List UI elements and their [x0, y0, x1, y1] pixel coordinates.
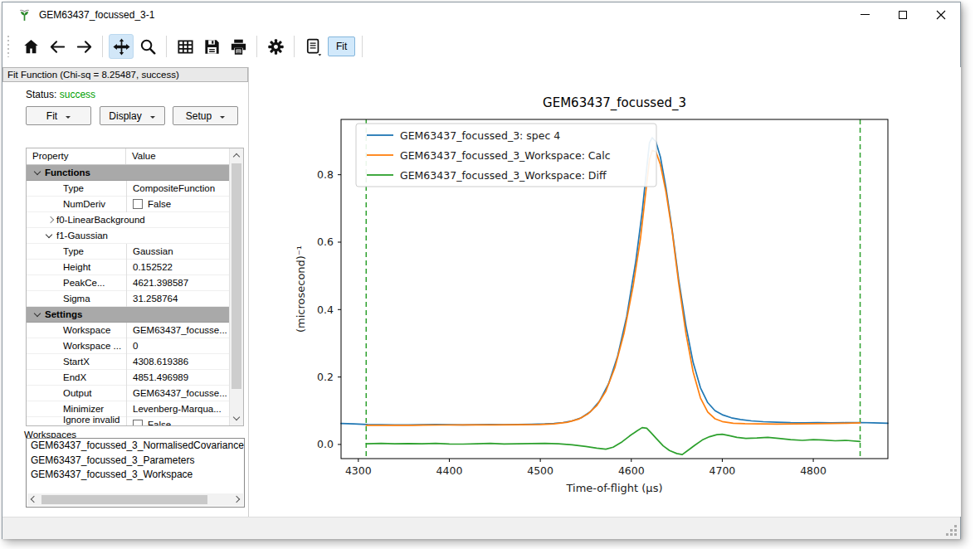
property-row-peakce[interactable]: PeakCe...4621.398587	[27, 275, 229, 291]
property-row-height[interactable]: Height0.152522	[27, 260, 229, 275]
chevron-down-icon	[220, 116, 225, 121]
titlebar[interactable]: GEM63437_focussed_3-1	[2, 2, 960, 27]
setup-dropdown-button[interactable]: Setup	[173, 106, 238, 125]
x-tick-label: 4800	[800, 464, 826, 477]
print-button[interactable]	[226, 34, 251, 59]
chevron-down-icon	[150, 116, 155, 121]
property-row-startx[interactable]: StartX4308.619386	[27, 354, 229, 370]
chevron-down-icon[interactable]	[34, 309, 41, 316]
save-icon	[202, 37, 222, 56]
scroll-right-icon[interactable]	[233, 496, 240, 503]
save-button[interactable]	[199, 34, 224, 59]
scrollbar-thumb[interactable]	[41, 495, 207, 504]
y-tick-label: 0.0	[317, 438, 334, 450]
plot-canvas[interactable]: 4300440045004600470048000.00.20.40.60.8G…	[256, 67, 961, 517]
series-line-2	[366, 428, 860, 455]
forward-arrow-icon	[75, 37, 94, 56]
y-tick-label: 0.8	[317, 168, 334, 181]
fit-toolbar-button[interactable]: Fit	[328, 36, 355, 56]
pan-button[interactable]	[109, 34, 134, 59]
scroll-up-icon[interactable]	[233, 153, 240, 160]
chevron-down-icon	[66, 116, 71, 121]
scroll-down-icon[interactable]	[233, 414, 240, 420]
script-icon	[304, 37, 323, 56]
status-bar	[2, 517, 960, 539]
gear-icon	[266, 37, 285, 56]
close-button[interactable]	[922, 2, 960, 27]
toolbar-separator	[294, 36, 295, 57]
property-row-ignore-invalid[interactable]: Ignore invalid ...False	[27, 417, 229, 426]
legend-label-1: GEM63437_focussed_3_Workspace: Calc	[400, 149, 611, 162]
property-row-workspace[interactable]: WorkspaceGEM63437_focusse...	[27, 323, 229, 338]
x-axis-label: Time-of-flight (μs)	[566, 482, 663, 494]
checkbox[interactable]	[133, 199, 143, 209]
chevron-right-icon[interactable]	[47, 216, 54, 223]
magnifier-icon	[139, 37, 158, 56]
property-row-f0-linearbackground[interactable]: f0-LinearBackground	[27, 212, 229, 228]
toolbar-separator	[362, 36, 363, 57]
plot-toolbar: Fit	[2, 27, 960, 66]
column-header-value[interactable]: Value	[126, 148, 243, 164]
status-label: Status:	[26, 89, 56, 100]
property-table-scrollbar[interactable]	[229, 148, 243, 425]
minimize-button[interactable]	[846, 2, 884, 27]
minimize-icon	[861, 14, 870, 15]
x-tick-label: 4700	[709, 464, 736, 477]
y-tick-label: 0.6	[317, 236, 334, 248]
grid-button[interactable]	[173, 34, 197, 59]
fit-function-panel: Fit Function (Chi-sq = 8.25487, success)…	[2, 67, 249, 518]
workspaces-list: GEM63437_focussed_3_NormalisedCovariance…	[26, 438, 245, 508]
maximize-button[interactable]	[884, 2, 922, 27]
plot-figure[interactable]: 4300440045004600470048000.00.20.40.60.8G…	[256, 67, 961, 517]
x-tick-label: 4500	[527, 464, 553, 477]
property-row-functions[interactable]: Functions	[27, 165, 229, 181]
x-tick-label: 4300	[345, 464, 372, 477]
toolbar-separator	[102, 36, 103, 57]
fit-dropdown-button[interactable]: Fit	[26, 106, 91, 125]
workspace-item[interactable]: GEM63437_focussed_3_NormalisedCovariance…	[27, 439, 244, 454]
home-button[interactable]	[18, 34, 43, 59]
property-row-workspace[interactable]: Workspace ...0	[27, 338, 229, 354]
window-title: GEM63437_focussed_3-1	[39, 9, 154, 21]
grid-icon	[176, 37, 195, 56]
fit-status: Status: success	[26, 89, 95, 100]
x-tick-label: 4600	[618, 464, 645, 477]
scrollbar-thumb[interactable]	[232, 163, 241, 389]
toolbar-separator	[256, 36, 257, 57]
property-table-header: Property Value	[27, 148, 243, 165]
property-row-type[interactable]: TypeGaussian	[27, 244, 229, 260]
property-row-numderiv[interactable]: NumDerivFalse	[27, 197, 229, 212]
property-row-endx[interactable]: EndX4851.496989	[27, 370, 229, 386]
property-row-f1-gaussian[interactable]: f1-Gaussian	[27, 228, 229, 244]
property-row-type[interactable]: TypeCompositeFunction	[27, 181, 229, 197]
column-header-property[interactable]: Property	[27, 148, 126, 164]
close-icon	[936, 10, 946, 20]
checkbox[interactable]	[133, 420, 143, 426]
customize-button[interactable]	[263, 34, 288, 59]
toolbar-drag-handle[interactable]	[7, 36, 11, 57]
property-row-sigma[interactable]: Sigma31.258764	[27, 291, 229, 307]
back-arrow-icon	[48, 37, 67, 56]
fit-function-header: Fit Function (Chi-sq = 8.25487, success)	[2, 67, 248, 82]
chevron-down-icon[interactable]	[46, 231, 52, 237]
generate-script-button[interactable]	[300, 34, 325, 59]
chevron-down-icon[interactable]	[34, 168, 41, 174]
scroll-left-icon[interactable]	[31, 496, 37, 503]
display-dropdown-button[interactable]: Display	[100, 106, 165, 125]
series-line-1	[366, 150, 860, 425]
y-axis-label: (microsecond)⁻¹	[295, 245, 307, 333]
workspace-item[interactable]: GEM63437_focussed_3_Workspace	[27, 468, 244, 483]
resize-grip[interactable]	[945, 524, 958, 537]
property-row-settings[interactable]: Settings	[27, 307, 229, 323]
back-button[interactable]	[45, 34, 70, 59]
property-row-output[interactable]: OutputGEM63437_focusse...	[27, 386, 229, 401]
fit-panel-buttons: Fit Display Setup	[26, 106, 238, 125]
workspaces-scrollbar[interactable]	[27, 493, 243, 506]
mantid-fit-window: GEM63437_focussed_3-1	[2, 2, 961, 539]
home-icon	[22, 37, 41, 56]
toolbar-separator	[166, 36, 167, 57]
status-value: success	[60, 89, 95, 100]
forward-button[interactable]	[71, 34, 96, 59]
workspace-item[interactable]: GEM63437_focussed_3_Parameters	[27, 454, 244, 469]
zoom-button[interactable]	[135, 34, 160, 59]
